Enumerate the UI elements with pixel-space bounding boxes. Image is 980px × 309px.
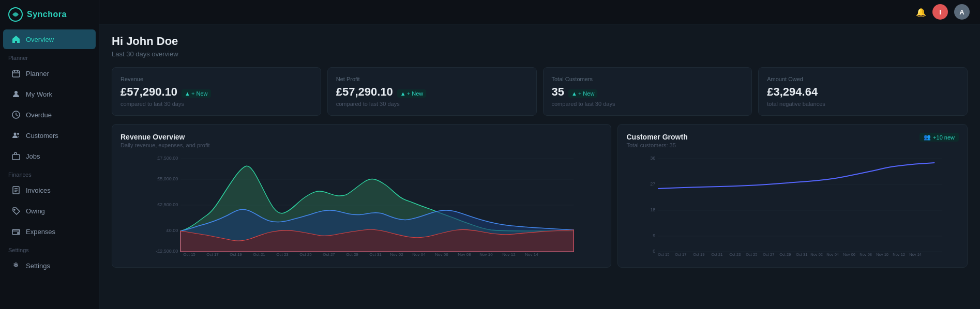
notification-bell-icon[interactable]: 🔔 — [916, 7, 926, 17]
svg-text:£0.00: £0.00 — [167, 228, 178, 233]
main-content: 🔔 I A Hi John Doe Last 30 days overview … — [99, 0, 980, 309]
arrow-up-icon-3: ▲ — [571, 90, 577, 97]
svg-point-8 — [14, 209, 15, 210]
tag-icon — [11, 206, 21, 215]
sidebar-item-customers[interactable]: Customers — [3, 126, 96, 145]
section-label-finances: Finances — [0, 166, 99, 180]
svg-text:Oct 19: Oct 19 — [230, 252, 242, 257]
person-icon — [11, 89, 21, 99]
arrow-up-icon: ▲ — [185, 90, 190, 97]
customer-chart-subtitle: Total customers: 35 — [626, 142, 959, 148]
section-label-settings: Settings — [0, 242, 99, 255]
charts-row: Revenue Overview Daily revenue, expenses… — [112, 124, 968, 268]
sidebar-label-customers: Customers — [26, 132, 58, 140]
sidebar-item-planner[interactable]: Planner — [3, 64, 96, 83]
svg-text:Oct 17: Oct 17 — [675, 252, 687, 257]
stat-value-row-revenue: £57,290.10 ▲ + New — [120, 85, 312, 99]
stat-badge-net-profit: ▲ + New — [397, 89, 426, 98]
svg-text:Nov 12: Nov 12 — [893, 252, 906, 257]
customer-chart-badge: 👥 +10 new — [919, 133, 959, 142]
svg-text:Oct 23: Oct 23 — [730, 252, 741, 257]
svg-text:Nov 10: Nov 10 — [479, 252, 493, 257]
sidebar-item-overview[interactable]: Overview — [3, 29, 96, 49]
svg-text:Oct 29: Oct 29 — [346, 252, 358, 257]
stat-compare-revenue: compared to last 30 days — [120, 101, 312, 107]
stat-badge-revenue: ▲ + New — [182, 89, 210, 98]
svg-rect-6 — [12, 154, 20, 160]
logo: Synchora — [0, 0, 99, 29]
svg-text:Nov 06: Nov 06 — [843, 252, 856, 257]
stat-card-total-customers: Total Customers 35 ▲ + New compared to l… — [543, 67, 752, 116]
stat-value-amount-owed: £3,294.64 — [767, 85, 818, 99]
svg-text:Oct 31: Oct 31 — [796, 252, 808, 257]
svg-text:Nov 02: Nov 02 — [390, 252, 403, 257]
stat-label-revenue: Revenue — [120, 76, 312, 82]
stat-value-row-net-profit: £57,290.10 ▲ + New — [336, 85, 528, 99]
sidebar-label-expenses: Expenses — [26, 228, 55, 236]
svg-text:Nov 12: Nov 12 — [502, 252, 516, 257]
sidebar-item-jobs[interactable]: Jobs — [3, 146, 96, 166]
svg-text:Oct 31: Oct 31 — [369, 252, 382, 257]
users-icon — [11, 131, 21, 140]
sidebar-item-expenses[interactable]: Expenses — [3, 222, 96, 241]
sidebar-item-my-work[interactable]: My Work — [3, 84, 96, 104]
stat-cards: Revenue £57,290.10 ▲ + New compared to l… — [112, 67, 968, 116]
svg-rect-1 — [12, 71, 20, 77]
stat-value-row-total-customers: 35 ▲ + New — [552, 85, 744, 99]
sidebar-item-invoices[interactable]: Invoices — [3, 180, 96, 200]
revenue-chart-svg: £7,500.00 £5,000.00 £2,500.00 £0.00 -£2,… — [120, 153, 602, 257]
stat-badge-total-customers: ▲ + New — [568, 89, 597, 98]
topbar: 🔔 I A — [99, 0, 980, 24]
svg-text:Oct 15: Oct 15 — [658, 252, 670, 257]
home-icon — [11, 35, 21, 44]
svg-text:Oct 29: Oct 29 — [780, 252, 791, 257]
svg-text:Oct 15: Oct 15 — [183, 252, 195, 257]
sidebar: Synchora Overview Planner Planner My Wor… — [0, 0, 99, 309]
stat-value-total-customers: 35 — [552, 85, 564, 99]
briefcase-icon — [11, 151, 21, 161]
svg-text:Nov 04: Nov 04 — [827, 252, 839, 257]
sidebar-item-overdue[interactable]: Overdue — [3, 105, 96, 125]
stat-label-net-profit: Net Profit — [336, 76, 528, 82]
sidebar-label-overview: Overview — [26, 36, 54, 43]
sidebar-item-settings[interactable]: Settings — [3, 256, 96, 275]
svg-text:Oct 25: Oct 25 — [299, 252, 312, 257]
svg-text:Oct 21: Oct 21 — [253, 252, 265, 257]
logo-text: Synchora — [27, 10, 67, 19]
sidebar-label-owing: Owing — [26, 207, 45, 215]
stat-compare-total-customers: compared to last 30 days — [552, 101, 744, 107]
sidebar-label-settings: Settings — [26, 262, 50, 270]
svg-text:Nov 14: Nov 14 — [525, 252, 538, 257]
sidebar-label-planner: Planner — [26, 70, 49, 78]
customer-growth-chart-card: Customer Growth Total customers: 35 👥 +1… — [617, 124, 968, 268]
avatar-a[interactable]: A — [954, 4, 970, 20]
svg-text:Nov 02: Nov 02 — [811, 252, 823, 257]
svg-text:£2,500.00: £2,500.00 — [157, 202, 178, 207]
svg-text:Nov 10: Nov 10 — [877, 252, 889, 257]
svg-text:Nov 08: Nov 08 — [458, 252, 471, 257]
svg-text:Oct 17: Oct 17 — [206, 252, 219, 257]
revenue-chart-title: Revenue Overview — [120, 133, 602, 141]
svg-point-2 — [14, 91, 18, 94]
arrow-up-icon-2: ▲ — [400, 90, 406, 97]
svg-text:Oct 27: Oct 27 — [323, 252, 335, 257]
sidebar-item-owing[interactable]: Owing — [3, 201, 96, 221]
clock-icon — [11, 110, 21, 119]
svg-text:18: 18 — [651, 207, 656, 212]
svg-point-10 — [18, 233, 19, 234]
customer-chart-svg: 36 27 18 9 0 Oct 1 — [626, 153, 959, 257]
svg-text:0: 0 — [653, 249, 656, 254]
users-badge-icon: 👥 — [924, 134, 931, 141]
stat-card-net-profit: Net Profit £57,290.10 ▲ + New compared t… — [327, 67, 537, 116]
content-area: Hi John Doe Last 30 days overview Revenu… — [99, 24, 980, 309]
svg-text:36: 36 — [651, 156, 656, 161]
calendar-icon — [11, 69, 21, 78]
svg-text:27: 27 — [651, 181, 656, 187]
svg-text:Oct 27: Oct 27 — [763, 252, 775, 257]
sidebar-label-jobs: Jobs — [26, 152, 40, 160]
avatar-i[interactable]: I — [932, 4, 948, 20]
receipt-icon — [11, 186, 21, 195]
revenue-chart-subtitle: Daily revenue, expenses, and profit — [120, 142, 602, 148]
page-title: Hi John Doe — [112, 35, 968, 48]
sidebar-label-invoices: Invoices — [26, 187, 51, 194]
